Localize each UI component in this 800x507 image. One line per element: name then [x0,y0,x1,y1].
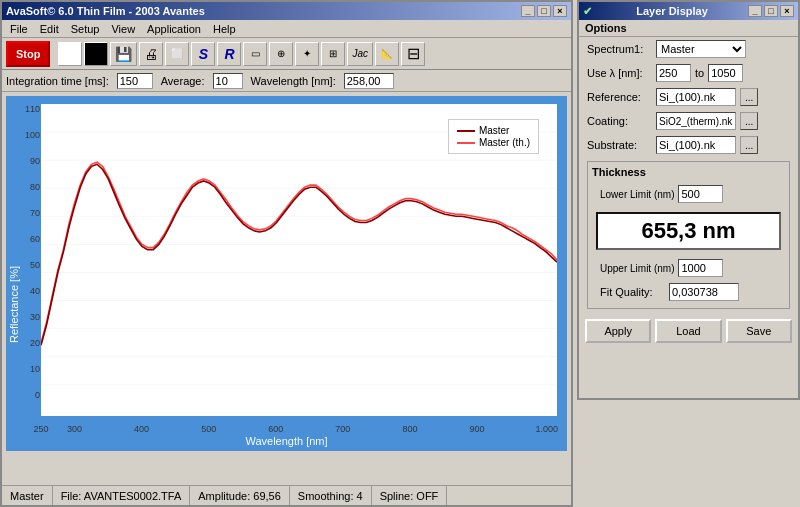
fit-quality-row: Fit Quality: [592,280,785,304]
spectrum1-row: Spectrum1: Master [579,37,798,61]
layer-maximize-button[interactable]: □ [764,5,778,17]
layer-window: ✔ Layer Display _ □ × Options Spectrum1:… [577,0,800,400]
layer-titlebar: ✔ Layer Display _ □ × [579,2,798,20]
layer-title: Layer Display [636,5,708,17]
legend-master-th-label: Master (th.) [479,137,530,148]
stop-button[interactable]: Stop [6,41,50,67]
scope-button[interactable]: ▭ [243,42,267,66]
chart-area: Reflectance [%] 110 100 90 80 70 60 50 4… [6,96,567,451]
maximize-button[interactable]: □ [537,5,551,17]
status-mode: Master [2,486,53,505]
chart-legend: Master Master (th.) [448,119,539,154]
legend-master-th: Master (th.) [457,137,530,148]
use-lambda-label: Use λ [nm]: [587,67,652,79]
integration-label: Integration time [ms]: [6,75,109,87]
upper-limit-input[interactable] [678,259,723,277]
coating-row: Coating: ... [579,109,798,133]
use-lambda-row: Use λ [nm]: to [579,61,798,85]
color-white-button[interactable] [58,42,82,66]
fit-quality-label: Fit Quality: [600,286,665,298]
spectrum1-select[interactable]: Master [656,40,746,58]
x-tick-500: 500 [201,424,216,434]
wavelength-input[interactable] [344,73,394,89]
grid-button[interactable]: ⊞ [321,42,345,66]
status-spline: Spline: OFF [372,486,448,505]
x-axis-label: Wavelength [nm] [245,435,327,447]
upper-limit-row: Upper Limit (nm) [592,256,785,280]
y-tick-90: 90 [12,156,40,166]
toolbar: Stop 💾 🖨 ⬜ S R ▭ ⊕ ✦ ⊞ Jac 📐 ⊟ [2,38,571,70]
menu-file[interactable]: File [4,22,34,36]
action-buttons: Apply Load Save [579,313,798,349]
coating-input[interactable] [656,112,736,130]
y-tick-0: 0 [12,390,40,400]
layer-title-check: ✔ [583,5,592,18]
y-tick-50: 50 [12,260,40,270]
setup-icon: ⬜ [171,48,183,59]
print-icon: 🖨 [144,46,158,62]
substrate-browse-button[interactable]: ... [740,136,758,154]
reference-label: Reference: [587,91,652,103]
x-tick-250: 250 [33,424,48,434]
x-tick-600: 600 [268,424,283,434]
average-input[interactable] [213,73,243,89]
print-button[interactable]: 🖨 [139,42,163,66]
menu-help[interactable]: Help [207,22,242,36]
integration-input[interactable] [117,73,153,89]
menu-edit[interactable]: Edit [34,22,65,36]
ref-button[interactable]: R [217,42,241,66]
statusbar: Master File: AVANTES0002.TFA Amplitude: … [2,485,571,505]
chart-inner: 110 100 90 80 70 60 50 40 30 20 10 0 250… [41,104,557,416]
lambda-from-input[interactable] [656,64,691,82]
substrate-label: Substrate: [587,139,652,151]
menu-setup[interactable]: Setup [65,22,106,36]
lower-limit-input[interactable] [678,185,723,203]
grid-icon: ⊞ [329,48,337,59]
lower-limit-row: Lower Limit (nm) [592,182,785,206]
load-button[interactable]: Load [655,319,721,343]
x-tick-900: 900 [470,424,485,434]
main-window-controls: _ □ × [521,5,567,17]
minimize-button[interactable]: _ [521,5,535,17]
status-amplitude: Amplitude: 69,56 [190,486,290,505]
options-label: Options [579,20,798,37]
apply-button[interactable]: Apply [585,319,651,343]
jac-button[interactable]: Jac [347,42,373,66]
scope-icon: ▭ [251,48,260,59]
save-button[interactable]: 💾 [110,42,137,66]
star-button[interactable]: ✦ [295,42,319,66]
lower-limit-label: Lower Limit (nm) [600,189,674,200]
save-button[interactable]: Save [726,319,792,343]
master-th-line [41,162,557,343]
wavelength-label: Wavelength [nm]: [251,75,336,87]
fit-quality-input[interactable] [669,283,739,301]
close-button[interactable]: × [553,5,567,17]
lambda-to-input[interactable] [708,64,743,82]
menu-view[interactable]: View [105,22,141,36]
minus-box-button[interactable]: ⊟ [401,42,425,66]
y-tick-60: 60 [12,234,40,244]
smooth-button[interactable]: S [191,42,215,66]
save-icon: 💾 [115,46,132,62]
color-black-button[interactable] [84,42,108,66]
substrate-input[interactable] [656,136,736,154]
thickness-value: 655,3 nm [596,212,781,250]
coating-browse-button[interactable]: ... [740,112,758,130]
upper-limit-label: Upper Limit (nm) [600,263,674,274]
menu-application[interactable]: Application [141,22,207,36]
y-tick-70: 70 [12,208,40,218]
layer-close-button[interactable]: × [780,5,794,17]
legend-master-label: Master [479,125,510,136]
y-tick-110: 110 [12,104,40,114]
reference-input[interactable] [656,88,736,106]
menubar: File Edit Setup View Application Help [2,20,571,38]
plus-circle-button[interactable]: ⊕ [269,42,293,66]
coating-label: Coating: [587,115,652,127]
lambda-to-label: to [695,67,704,79]
setup-button[interactable]: ⬜ [165,42,189,66]
ruler-button[interactable]: 📐 [375,42,399,66]
reference-browse-button[interactable]: ... [740,88,758,106]
thickness-section: Thickness Lower Limit (nm) 655,3 nm Uppe… [587,161,790,309]
layer-minimize-button[interactable]: _ [748,5,762,17]
y-tick-10: 10 [12,364,40,374]
